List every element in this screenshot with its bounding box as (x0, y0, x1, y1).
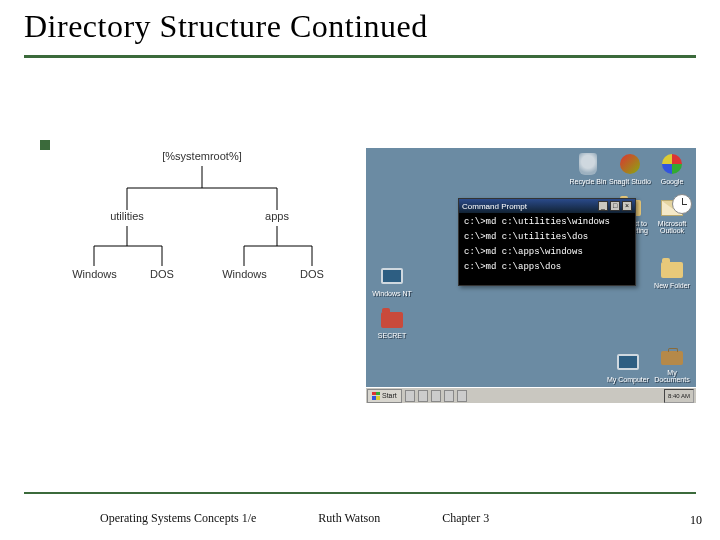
horizontal-rule-bottom (24, 492, 696, 494)
slide: Directory Structure Continued (0, 0, 720, 540)
start-button[interactable]: Start (367, 389, 402, 403)
cmd-line: c:\>md c:\utilities\windows (464, 217, 630, 227)
recycle-bin-icon (579, 153, 597, 175)
desktop-icon-google[interactable]: Google (650, 152, 694, 185)
cmd-titlebar[interactable]: Command Prompt _ □ × (459, 199, 635, 213)
tree-apps: apps (252, 210, 302, 222)
command-prompt-window[interactable]: Command Prompt _ □ × c:\>md c:\utilities… (458, 198, 636, 286)
monitor-icon (381, 268, 403, 284)
icon-label: Windows NT (372, 290, 412, 297)
clock-icon (672, 194, 692, 214)
snagit-icon (620, 154, 640, 174)
secret-folder-icon (381, 312, 403, 328)
tree-leaf-dos-2: DOS (294, 268, 330, 280)
windows-desktop: Recycle Bin SnagIt Studio Google Interne… (366, 148, 696, 403)
windows-logo-icon (372, 392, 380, 400)
cmd-body[interactable]: c:\>md c:\utilities\windows c:\>md c:\ut… (459, 213, 635, 285)
page-number: 10 (690, 513, 702, 528)
desktop-icon-newfolder[interactable]: New Folder (650, 256, 694, 289)
footer-book: Operating Systems Concepts 1/e (100, 511, 256, 526)
icon-label: My Computer (607, 376, 649, 383)
desktop-icon-secret[interactable]: SECRET (370, 306, 414, 339)
desktop-icon-mycomputer[interactable]: My Computer (606, 350, 650, 383)
cmd-line: c:\>md c:\apps\windows (464, 247, 630, 257)
desktop-screenshot: Recycle Bin SnagIt Studio Google Interne… (366, 148, 696, 403)
icon-label: SECRET (378, 332, 406, 339)
maximize-button[interactable]: □ (610, 201, 620, 211)
cmd-line: c:\>md c:\apps\dos (464, 262, 630, 272)
desktop-icon-outlook[interactable]: Microsoft Outlook (650, 194, 694, 234)
desktop-icon-w2k[interactable]: Windows NT (370, 264, 414, 297)
quicklaunch-item[interactable] (444, 390, 454, 402)
desktop-icon-recycle[interactable]: Recycle Bin (566, 152, 610, 185)
icon-label: My Documents (654, 369, 689, 383)
quicklaunch-item[interactable] (418, 390, 428, 402)
footer-chapter: Chapter 3 (442, 511, 489, 526)
close-button[interactable]: × (622, 201, 632, 211)
computer-icon (617, 354, 639, 370)
quicklaunch-item[interactable] (405, 390, 415, 402)
content-row: [%systemroot%] utilities apps Windows DO… (24, 148, 696, 403)
quicklaunch-item[interactable] (431, 390, 441, 402)
bullet-square (40, 140, 50, 150)
footer-author: Ruth Watson (318, 511, 380, 526)
title-area: Directory Structure Continued (24, 0, 696, 58)
tree-leaf-windows-1: Windows (67, 268, 122, 280)
icon-label: Microsoft Outlook (658, 220, 686, 234)
tree-utilities: utilities (102, 210, 152, 222)
cmd-title-text: Command Prompt (462, 202, 527, 211)
minimize-button[interactable]: _ (598, 201, 608, 211)
tree-connectors (72, 148, 372, 328)
taskbar[interactable]: Start 8:40 AM (366, 387, 696, 403)
desktop-icon-snagit[interactable]: SnagIt Studio (608, 152, 652, 185)
google-icon (662, 154, 682, 174)
directory-tree-diagram: [%systemroot%] utilities apps Windows DO… (72, 148, 356, 328)
cmd-line: c:\>md c:\utilities\dos (464, 232, 630, 242)
desktop-icon-mydocs[interactable]: My Documents (650, 343, 694, 383)
footer: Operating Systems Concepts 1/e Ruth Wats… (0, 511, 720, 526)
folder-icon (661, 262, 683, 278)
icon-label: New Folder (654, 282, 690, 289)
tree-leaf-windows-2: Windows (217, 268, 272, 280)
quicklaunch-item[interactable] (457, 390, 467, 402)
tree-root: [%systemroot%] (152, 150, 252, 162)
horizontal-rule-top (24, 55, 696, 58)
window-controls: _ □ × (598, 201, 632, 211)
icon-label: Google (661, 178, 684, 185)
icon-label: Recycle Bin (570, 178, 607, 185)
tree-leaf-dos-1: DOS (144, 268, 180, 280)
system-tray-clock[interactable]: 8:40 AM (664, 389, 694, 403)
slide-title: Directory Structure Continued (24, 8, 696, 45)
icon-label: SnagIt Studio (609, 178, 651, 185)
start-label: Start (382, 392, 397, 399)
briefcase-icon (661, 351, 683, 365)
